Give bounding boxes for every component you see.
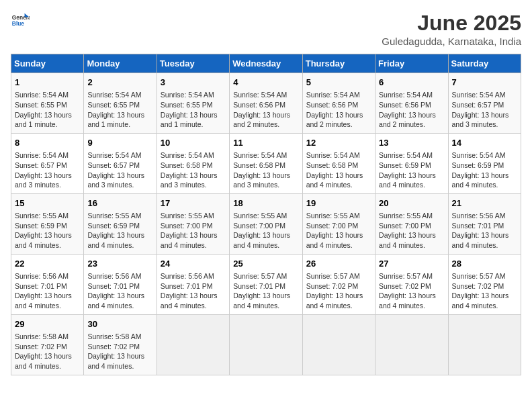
day-number: 21 [452,197,517,210]
day-number: 6 [379,77,444,89]
calendar-cell [157,314,229,375]
day-number: 9 [87,137,152,149]
day-number: 12 [306,137,371,149]
logo: General Blue [11,11,30,30]
day-info: Sunrise: 5:54 AM Sunset: 6:56 PM Dayligh… [306,90,371,130]
calendar-body: 1Sunrise: 5:54 AM Sunset: 6:55 PM Daylig… [11,73,521,375]
day-number: 7 [452,77,517,89]
day-info: Sunrise: 5:54 AM Sunset: 6:57 PM Dayligh… [15,150,80,190]
day-number: 24 [161,258,226,270]
day-number: 28 [452,258,517,270]
day-number: 20 [379,197,444,210]
calendar-cell: 2Sunrise: 5:54 AM Sunset: 6:55 PM Daylig… [84,73,157,134]
day-info: Sunrise: 5:56 AM Sunset: 7:01 PM Dayligh… [15,271,80,311]
day-info: Sunrise: 5:54 AM Sunset: 6:57 PM Dayligh… [87,150,152,190]
week-row-5: 29Sunrise: 5:58 AM Sunset: 7:02 PM Dayli… [11,314,521,375]
day-info: Sunrise: 5:54 AM Sunset: 6:58 PM Dayligh… [306,150,371,190]
calendar-cell: 18Sunrise: 5:55 AM Sunset: 7:00 PM Dayli… [230,193,302,254]
day-number: 18 [233,197,298,210]
calendar-cell [302,314,375,375]
calendar-cell: 17Sunrise: 5:55 AM Sunset: 7:00 PM Dayli… [157,193,229,254]
calendar-cell: 21Sunrise: 5:56 AM Sunset: 7:01 PM Dayli… [448,193,521,254]
calendar-cell: 26Sunrise: 5:57 AM Sunset: 7:02 PM Dayli… [302,254,375,314]
day-info: Sunrise: 5:54 AM Sunset: 6:55 PM Dayligh… [87,90,152,130]
logo-icon: General Blue [11,11,30,30]
day-number: 2 [87,77,152,89]
calendar-cell [375,314,448,375]
column-header-thursday: Thursday [302,54,375,73]
day-info: Sunrise: 5:58 AM Sunset: 7:02 PM Dayligh… [87,332,152,371]
week-row-2: 8Sunrise: 5:54 AM Sunset: 6:57 PM Daylig… [11,133,521,193]
day-number: 14 [452,137,517,149]
day-info: Sunrise: 5:54 AM Sunset: 6:56 PM Dayligh… [379,90,444,130]
column-header-friday: Friday [375,54,448,73]
calendar-cell: 7Sunrise: 5:54 AM Sunset: 6:57 PM Daylig… [448,73,521,134]
day-number: 3 [161,77,226,89]
title-area: June 2025 Guledagudda, Karnataka, India [382,11,521,47]
day-info: Sunrise: 5:56 AM Sunset: 7:01 PM Dayligh… [452,211,517,250]
calendar-cell: 15Sunrise: 5:55 AM Sunset: 6:59 PM Dayli… [11,193,84,254]
day-info: Sunrise: 5:58 AM Sunset: 7:02 PM Dayligh… [15,332,80,371]
day-info: Sunrise: 5:55 AM Sunset: 7:00 PM Dayligh… [379,211,444,250]
day-number: 8 [15,137,80,149]
day-number: 22 [15,258,80,270]
calendar-cell: 13Sunrise: 5:54 AM Sunset: 6:59 PM Dayli… [375,133,448,193]
calendar-cell: 24Sunrise: 5:56 AM Sunset: 7:01 PM Dayli… [157,254,229,314]
column-header-sunday: Sunday [11,54,84,73]
day-info: Sunrise: 5:57 AM Sunset: 7:01 PM Dayligh… [233,271,298,311]
week-row-4: 22Sunrise: 5:56 AM Sunset: 7:01 PM Dayli… [11,254,521,314]
day-info: Sunrise: 5:55 AM Sunset: 7:00 PM Dayligh… [161,211,226,250]
calendar-cell: 10Sunrise: 5:54 AM Sunset: 6:58 PM Dayli… [157,133,229,193]
day-number: 17 [161,197,226,210]
day-info: Sunrise: 5:57 AM Sunset: 7:02 PM Dayligh… [452,271,517,311]
day-number: 19 [306,197,371,210]
day-info: Sunrise: 5:55 AM Sunset: 7:00 PM Dayligh… [306,211,371,250]
day-number: 13 [379,137,444,149]
day-number: 10 [161,137,226,149]
day-number: 29 [15,318,80,330]
calendar-cell: 25Sunrise: 5:57 AM Sunset: 7:01 PM Dayli… [230,254,302,314]
day-info: Sunrise: 5:57 AM Sunset: 7:02 PM Dayligh… [379,271,444,311]
day-number: 5 [306,77,371,89]
calendar-cell [448,314,521,375]
main-title: June 2025 [382,11,521,36]
header: General Blue June 2025 Guledagudda, Karn… [11,11,521,47]
week-row-3: 15Sunrise: 5:55 AM Sunset: 6:59 PM Dayli… [11,193,521,254]
column-header-wednesday: Wednesday [230,54,302,73]
calendar-cell: 11Sunrise: 5:54 AM Sunset: 6:58 PM Dayli… [230,133,302,193]
calendar-cell: 4Sunrise: 5:54 AM Sunset: 6:56 PM Daylig… [230,73,302,134]
day-info: Sunrise: 5:54 AM Sunset: 6:58 PM Dayligh… [233,150,298,190]
calendar-cell: 19Sunrise: 5:55 AM Sunset: 7:00 PM Dayli… [302,193,375,254]
calendar-cell: 14Sunrise: 5:54 AM Sunset: 6:59 PM Dayli… [448,133,521,193]
calendar-cell: 6Sunrise: 5:54 AM Sunset: 6:56 PM Daylig… [375,73,448,134]
day-number: 16 [87,197,152,210]
day-info: Sunrise: 5:55 AM Sunset: 7:00 PM Dayligh… [233,211,298,250]
calendar-cell: 8Sunrise: 5:54 AM Sunset: 6:57 PM Daylig… [11,133,84,193]
calendar-cell: 29Sunrise: 5:58 AM Sunset: 7:02 PM Dayli… [11,314,84,375]
day-info: Sunrise: 5:56 AM Sunset: 7:01 PM Dayligh… [161,271,226,311]
column-header-saturday: Saturday [448,54,521,73]
day-number: 27 [379,258,444,270]
svg-text:Blue: Blue [12,20,24,27]
calendar-cell: 20Sunrise: 5:55 AM Sunset: 7:00 PM Dayli… [375,193,448,254]
day-info: Sunrise: 5:54 AM Sunset: 6:58 PM Dayligh… [161,150,226,190]
day-number: 26 [306,258,371,270]
calendar-cell: 22Sunrise: 5:56 AM Sunset: 7:01 PM Dayli… [11,254,84,314]
calendar-cell: 12Sunrise: 5:54 AM Sunset: 6:58 PM Dayli… [302,133,375,193]
calendar-cell: 1Sunrise: 5:54 AM Sunset: 6:55 PM Daylig… [11,73,84,134]
day-info: Sunrise: 5:54 AM Sunset: 6:57 PM Dayligh… [452,90,517,130]
day-number: 1 [15,77,80,89]
calendar-cell: 23Sunrise: 5:56 AM Sunset: 7:01 PM Dayli… [84,254,157,314]
day-number: 23 [87,258,152,270]
day-info: Sunrise: 5:54 AM Sunset: 6:59 PM Dayligh… [379,150,444,190]
day-number: 25 [233,258,298,270]
calendar-cell: 16Sunrise: 5:55 AM Sunset: 6:59 PM Dayli… [84,193,157,254]
calendar-cell [230,314,302,375]
day-info: Sunrise: 5:54 AM Sunset: 6:59 PM Dayligh… [452,150,517,190]
calendar-cell: 9Sunrise: 5:54 AM Sunset: 6:57 PM Daylig… [84,133,157,193]
calendar-cell: 5Sunrise: 5:54 AM Sunset: 6:56 PM Daylig… [302,73,375,134]
calendar-cell: 3Sunrise: 5:54 AM Sunset: 6:55 PM Daylig… [157,73,229,134]
week-row-1: 1Sunrise: 5:54 AM Sunset: 6:55 PM Daylig… [11,73,521,134]
calendar-table: SundayMondayTuesdayWednesdayThursdayFrid… [11,54,521,375]
day-info: Sunrise: 5:54 AM Sunset: 6:55 PM Dayligh… [161,90,226,130]
